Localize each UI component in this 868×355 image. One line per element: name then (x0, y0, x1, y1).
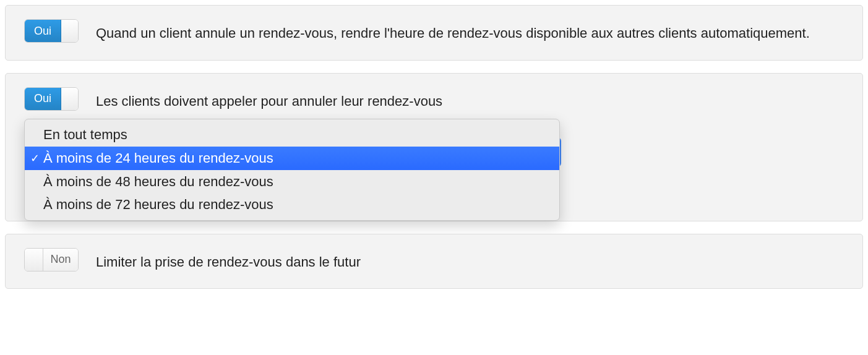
toggle-must-call[interactable]: Oui (24, 87, 79, 111)
setting-panel-must-call: Oui Les clients doivent appeler pour ann… (5, 73, 863, 221)
setting-panel-limit-future: Non Limiter la prise de rendez-vous dans… (5, 234, 863, 289)
setting-description: Quand un client annule un rendez-vous, r… (96, 19, 844, 46)
setting-panel-auto-release: Oui Quand un client annule un rendez-vou… (5, 5, 863, 61)
toggle-label: Non (43, 249, 78, 271)
toggle-auto-release[interactable]: Oui (24, 19, 79, 43)
toggle-knob (61, 88, 78, 110)
dropdown-option[interactable]: À moins de 48 heures du rendez-vous (25, 170, 559, 194)
dropdown-option[interactable]: À moins de 72 heures du rendez-vous (25, 193, 559, 216)
setting-row: Oui Les clients doivent appeler pour ann… (24, 87, 844, 114)
cancel-window-dropdown[interactable]: En tout temps À moins de 24 heures du re… (24, 119, 560, 221)
toggle-knob (25, 249, 43, 271)
toggle-label: Oui (25, 20, 61, 42)
toggle-knob (61, 20, 78, 42)
toggle-limit-future[interactable]: Non (24, 248, 79, 272)
setting-description: Limiter la prise de rendez-vous dans le … (96, 248, 844, 275)
setting-row: Non Limiter la prise de rendez-vous dans… (24, 248, 844, 275)
dropdown-option[interactable]: À moins de 24 heures du rendez-vous (25, 147, 559, 170)
dropdown-option[interactable]: En tout temps (25, 123, 559, 147)
setting-description: Les clients doivent appeler pour annuler… (96, 87, 844, 114)
setting-row: Oui Quand un client annule un rendez-vou… (24, 19, 844, 46)
toggle-label: Oui (25, 88, 61, 110)
